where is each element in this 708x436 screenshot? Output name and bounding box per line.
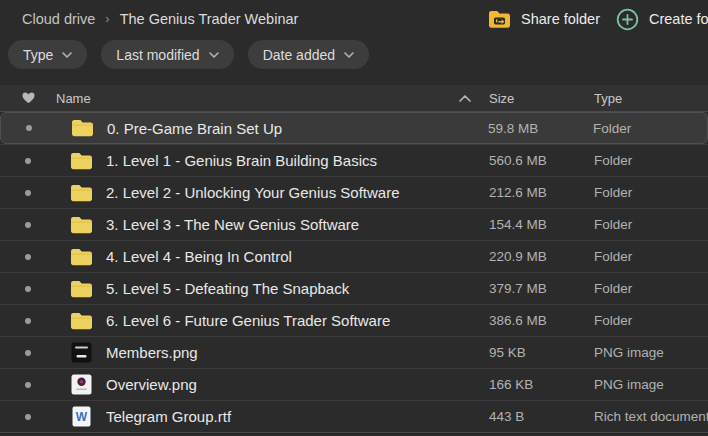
- folder-icon: [56, 248, 106, 266]
- item-size: 59.8 MB: [482, 121, 587, 136]
- folder-icon: [56, 184, 106, 202]
- sort-ascending-icon: [459, 95, 471, 102]
- item-status-dot: [0, 222, 56, 228]
- item-type: Folder: [588, 217, 708, 232]
- top-bar: Cloud drive › The Genius Trader Webinar …: [0, 0, 708, 38]
- item-status-dot: [0, 318, 56, 324]
- item-status-dot: [0, 254, 56, 260]
- breadcrumb-cloud-drive[interactable]: Cloud drive: [22, 11, 95, 27]
- breadcrumb-chevron-icon: ›: [105, 11, 109, 26]
- item-type: Folder: [587, 121, 707, 136]
- filter-last-modified-label: Last modified: [116, 47, 199, 63]
- filter-date-added-dropdown[interactable]: Date added: [248, 40, 369, 69]
- item-type: PNG image: [588, 377, 708, 392]
- item-size: 212.6 MB: [483, 185, 588, 200]
- favorite-column-header[interactable]: [0, 92, 56, 104]
- share-folder-icon: [488, 10, 511, 29]
- size-column-header[interactable]: Size: [483, 91, 588, 106]
- item-name: Overview.png: [106, 376, 483, 393]
- table-row[interactable]: 3. Level 3 - The New Genius Software 154…: [0, 208, 708, 240]
- item-status-dot: [0, 414, 56, 420]
- rtf-document-icon: W: [56, 406, 106, 427]
- table-row[interactable]: 6. Level 6 - Future Genius Trader Softwa…: [0, 304, 708, 336]
- item-status-dot: [0, 350, 56, 356]
- filter-bar: Type Last modified Date added: [0, 40, 708, 69]
- table-row[interactable]: 1. Level 1 - Genius Brain Building Basic…: [0, 144, 708, 176]
- filter-type-label: Type: [23, 47, 53, 63]
- item-name: 1. Level 1 - Genius Brain Building Basic…: [106, 152, 483, 169]
- item-status-dot: [1, 125, 57, 131]
- table-row[interactable]: W Telegram Group.rtf 443 B Rich text doc…: [0, 400, 708, 432]
- item-size: 379.7 MB: [483, 281, 588, 296]
- item-size: 443 B: [483, 409, 588, 424]
- folder-icon: [56, 216, 106, 234]
- list-bottom-divider: [0, 432, 708, 436]
- item-status-dot: [0, 382, 56, 388]
- table-row[interactable]: 0. Pre-Game Brain Set Up 59.8 MB Folder: [0, 112, 708, 144]
- item-type: Folder: [588, 185, 708, 200]
- item-status-dot: [0, 286, 56, 292]
- chevron-down-icon: [209, 52, 219, 58]
- folder-icon: [56, 152, 106, 170]
- thumbnail-dark-icon: [56, 342, 106, 363]
- item-status-dot: [0, 158, 56, 164]
- filter-date-added-label: Date added: [263, 47, 335, 63]
- item-type: Folder: [588, 249, 708, 264]
- folder-icon: [57, 119, 107, 137]
- breadcrumb: Cloud drive › The Genius Trader Webinar: [0, 11, 298, 27]
- item-type: PNG image: [588, 345, 708, 360]
- table-row[interactable]: Overview.png 166 KB PNG image: [0, 368, 708, 400]
- breadcrumb-current-folder: The Genius Trader Webinar: [120, 11, 299, 27]
- create-folder-button[interactable]: Create folder: [616, 0, 708, 38]
- item-name: 3. Level 3 - The New Genius Software: [106, 216, 483, 233]
- file-table: Name Size Type 0. Pre-Game Brain Set Up …: [0, 85, 708, 436]
- name-column-label: Name: [56, 91, 91, 106]
- item-name: 2. Level 2 - Unlocking Your Genius Softw…: [106, 184, 483, 201]
- share-folder-label: Share folder: [521, 11, 600, 27]
- item-name: Telegram Group.rtf: [106, 408, 483, 425]
- share-folder-button[interactable]: Share folder: [488, 0, 600, 38]
- item-name: 0. Pre-Game Brain Set Up: [107, 120, 482, 137]
- item-type: Rich text document: [588, 409, 708, 424]
- item-type: Folder: [588, 313, 708, 328]
- item-size: 560.6 MB: [483, 153, 588, 168]
- type-column-header[interactable]: Type: [588, 91, 708, 106]
- item-status-dot: [0, 190, 56, 196]
- item-name: 5. Level 5 - Defeating The Snapback: [106, 280, 483, 297]
- table-header: Name Size Type: [0, 85, 708, 112]
- chevron-down-icon: [344, 52, 354, 58]
- svg-text:W: W: [75, 410, 87, 424]
- chevron-down-icon: [62, 52, 72, 58]
- folder-icon: [56, 312, 106, 330]
- item-size: 386.6 MB: [483, 313, 588, 328]
- item-name: 4. Level 4 - Being In Control: [106, 248, 483, 265]
- name-column-header[interactable]: Name: [56, 91, 483, 106]
- heart-icon: [22, 92, 35, 104]
- item-size: 154.4 MB: [483, 217, 588, 232]
- folder-icon: [56, 280, 106, 298]
- item-name: Members.png: [106, 344, 483, 361]
- create-folder-label: Create folder: [649, 11, 708, 27]
- table-row[interactable]: 4. Level 4 - Being In Control 220.9 MB F…: [0, 240, 708, 272]
- table-row[interactable]: Members.png 95 KB PNG image: [0, 336, 708, 368]
- item-name: 6. Level 6 - Future Genius Trader Softwa…: [106, 312, 483, 329]
- filter-type-dropdown[interactable]: Type: [8, 40, 87, 69]
- file-list: 0. Pre-Game Brain Set Up 59.8 MB Folder …: [0, 112, 708, 432]
- table-row[interactable]: 5. Level 5 - Defeating The Snapback 379.…: [0, 272, 708, 304]
- item-size: 95 KB: [483, 345, 588, 360]
- item-type: Folder: [588, 153, 708, 168]
- item-size: 166 KB: [483, 377, 588, 392]
- table-row[interactable]: 2. Level 2 - Unlocking Your Genius Softw…: [0, 176, 708, 208]
- plus-circle-icon: [616, 8, 639, 31]
- filter-last-modified-dropdown[interactable]: Last modified: [101, 40, 233, 69]
- item-size: 220.9 MB: [483, 249, 588, 264]
- item-type: Folder: [588, 281, 708, 296]
- thumbnail-light-icon: [56, 374, 106, 395]
